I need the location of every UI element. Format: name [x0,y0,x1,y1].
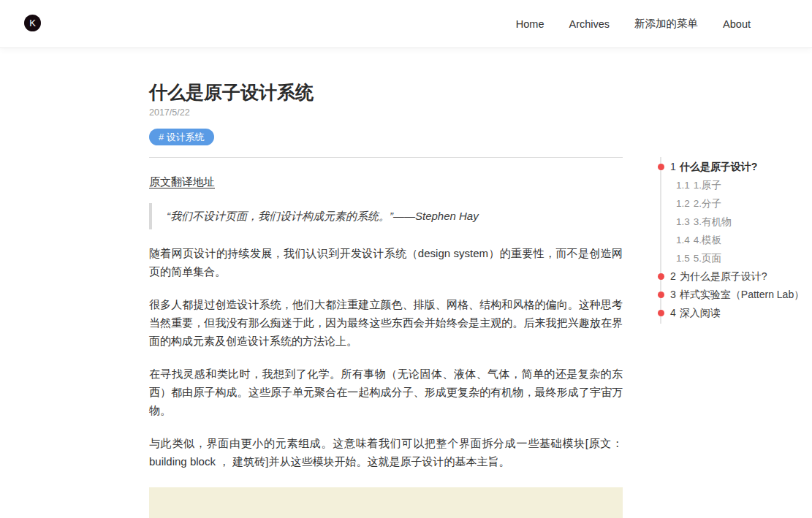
article-image [149,487,623,518]
paragraph-3: 在寻找灵感和类比时，我想到了化学。所有事物（无论固体、液体、气体，简单的还是复杂… [149,365,623,419]
toc-list: 1什么是原子设计? 1.11.原子 1.22.分子 1.33.有机物 1.44.… [660,156,810,322]
page: K Home Archives 新添加的菜单 About 什么是原子设计系统 2… [0,0,812,518]
logo-letter: K [29,18,36,28]
table-of-contents: 1什么是原子设计? 1.11.原子 1.22.分子 1.33.有机物 1.44.… [660,156,810,322]
quote-block: “我们不设计页面，我们设计构成元素的系统。”——Stephen Hay [149,203,623,229]
paragraph-4: 与此类似，界面由更小的元素组成。这意味着我们可以把整个界面拆分成一些基础模块[原… [149,434,623,471]
toc-item-1-3[interactable]: 1.33.有机物 [660,213,810,231]
toc-item-1-2[interactable]: 1.22.分子 [660,194,810,213]
nav-item-about[interactable]: About [723,18,751,30]
quote-text: “我们不设计页面，我们设计构成元素的系统。”——Stephen Hay [167,210,479,222]
source-link-line: 原文翻译地址 [149,175,623,189]
paragraph-2: 很多人都提过创造设计系统，他们大都注重建立颜色、排版、网格、结构和风格的偏向。这… [149,295,623,350]
toc-bullet-icon [658,292,664,298]
toc-item-2[interactable]: 2为什么是原子设计? [660,267,810,286]
article: 什么是原子设计系统 2017/5/22 # 设计系统 原文翻译地址 “我们不设计… [149,47,623,518]
toc-item-1[interactable]: 1什么是原子设计? [660,158,810,176]
toc-item-1-1[interactable]: 1.11.原子 [660,176,810,194]
site-logo[interactable]: K [24,15,41,31]
nav-item-home[interactable]: Home [516,18,545,30]
toc-item-1-4[interactable]: 1.44.模板 [660,231,810,249]
nav-item-archives[interactable]: Archives [569,18,610,30]
nav-item-custom-menu[interactable]: 新添加的菜单 [634,17,698,31]
toc-item-4[interactable]: 4深入阅读 [660,304,810,322]
toc-item-3[interactable]: 3样式实验室（Pattern Lab） [660,286,810,304]
paragraph-1: 随着网页设计的持续发展，我们认识到开发设计系统（design system）的重… [149,244,623,281]
article-date: 2017/5/22 [149,107,623,118]
tag-design-system[interactable]: # 设计系统 [149,129,214,145]
toc-bullet-icon [658,164,664,170]
toc-bullet-icon [658,273,664,280]
page-title: 什么是原子设计系统 [149,82,623,102]
source-link[interactable]: 原文翻译地址 [149,175,215,188]
main-nav: Home Archives 新添加的菜单 About [516,0,751,47]
divider [149,157,623,158]
toc-bullet-icon [658,310,664,316]
header: K Home Archives 新添加的菜单 About [0,0,812,47]
toc-item-1-5[interactable]: 1.55.页面 [660,249,810,267]
